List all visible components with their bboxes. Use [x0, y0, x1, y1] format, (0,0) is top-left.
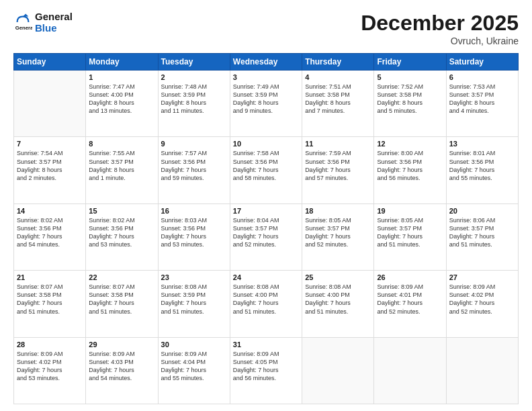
- day-info: Sunrise: 8:02 AM Sunset: 3:56 PM Dayligh…: [17, 216, 83, 249]
- day-number: 27: [449, 273, 515, 281]
- logo-line2: Blue: [35, 22, 73, 34]
- header-monday: Monday: [86, 54, 158, 71]
- table-row: 31Sunrise: 8:09 AM Sunset: 4:05 PM Dayli…: [230, 337, 302, 404]
- table-row: 30Sunrise: 8:09 AM Sunset: 4:04 PM Dayli…: [158, 337, 230, 404]
- calendar-body: 1Sunrise: 7:47 AM Sunset: 4:00 PM Daylig…: [14, 71, 519, 404]
- day-number: 9: [161, 140, 227, 148]
- table-row: 7Sunrise: 7:54 AM Sunset: 3:57 PM Daylig…: [14, 137, 86, 203]
- day-info: Sunrise: 8:09 AM Sunset: 4:05 PM Dayligh…: [233, 350, 299, 383]
- table-row: 19Sunrise: 8:05 AM Sunset: 3:57 PM Dayli…: [374, 203, 446, 270]
- logo-line1: General: [35, 11, 73, 22]
- day-number: 31: [233, 340, 299, 349]
- table-row: 2Sunrise: 7:48 AM Sunset: 3:59 PM Daylig…: [158, 71, 230, 137]
- calendar-header: Sunday Monday Tuesday Wednesday Thursday…: [14, 54, 519, 71]
- header-thursday: Thursday: [302, 54, 374, 71]
- table-row: 16Sunrise: 8:03 AM Sunset: 3:56 PM Dayli…: [158, 203, 230, 270]
- day-info: Sunrise: 8:08 AM Sunset: 4:00 PM Dayligh…: [233, 283, 299, 316]
- calendar-week-2: 14Sunrise: 8:02 AM Sunset: 3:56 PM Dayli…: [14, 203, 519, 270]
- svg-text:General: General: [15, 25, 32, 31]
- day-info: Sunrise: 8:08 AM Sunset: 3:59 PM Dayligh…: [161, 283, 227, 316]
- day-info: Sunrise: 8:07 AM Sunset: 3:58 PM Dayligh…: [17, 283, 83, 316]
- svg-text:Blue: Blue: [15, 31, 27, 32]
- table-row: 5Sunrise: 7:52 AM Sunset: 3:58 PM Daylig…: [374, 71, 446, 137]
- day-info: Sunrise: 7:54 AM Sunset: 3:57 PM Dayligh…: [17, 149, 83, 182]
- day-number: 22: [89, 273, 154, 281]
- table-row: 24Sunrise: 8:08 AM Sunset: 4:00 PM Dayli…: [230, 271, 302, 337]
- day-info: Sunrise: 7:55 AM Sunset: 3:57 PM Dayligh…: [89, 149, 154, 182]
- day-info: Sunrise: 7:52 AM Sunset: 3:58 PM Dayligh…: [377, 83, 443, 116]
- header-tuesday: Tuesday: [158, 54, 230, 71]
- day-number: 18: [305, 207, 371, 215]
- table-row: 4Sunrise: 7:51 AM Sunset: 3:58 PM Daylig…: [302, 71, 374, 137]
- header-friday: Friday: [374, 54, 446, 71]
- day-number: 19: [377, 207, 443, 215]
- header-wednesday: Wednesday: [230, 54, 302, 71]
- day-info: Sunrise: 8:03 AM Sunset: 3:56 PM Dayligh…: [161, 216, 227, 249]
- day-number: 10: [233, 140, 299, 148]
- table-row: 29Sunrise: 8:09 AM Sunset: 4:03 PM Dayli…: [86, 337, 158, 404]
- calendar-week-4: 28Sunrise: 8:09 AM Sunset: 4:02 PM Dayli…: [14, 337, 519, 404]
- day-number: 28: [17, 340, 83, 349]
- table-row: 17Sunrise: 8:04 AM Sunset: 3:57 PM Dayli…: [230, 203, 302, 270]
- table-row: 18Sunrise: 8:05 AM Sunset: 3:57 PM Dayli…: [302, 203, 374, 270]
- table-row: 22Sunrise: 8:07 AM Sunset: 3:58 PM Dayli…: [86, 271, 158, 337]
- table-row: 10Sunrise: 7:58 AM Sunset: 3:56 PM Dayli…: [230, 137, 302, 203]
- table-row: [374, 337, 446, 404]
- table-row: 26Sunrise: 8:09 AM Sunset: 4:01 PM Dayli…: [374, 271, 446, 337]
- day-number: 6: [449, 73, 515, 81]
- table-row: 20Sunrise: 8:06 AM Sunset: 3:57 PM Dayli…: [446, 203, 518, 270]
- day-info: Sunrise: 8:05 AM Sunset: 3:57 PM Dayligh…: [305, 216, 371, 249]
- table-row: [302, 337, 374, 404]
- table-row: 13Sunrise: 8:01 AM Sunset: 3:56 PM Dayli…: [446, 137, 518, 203]
- table-row: 21Sunrise: 8:07 AM Sunset: 3:58 PM Dayli…: [14, 271, 86, 337]
- table-row: 11Sunrise: 7:59 AM Sunset: 3:56 PM Dayli…: [302, 137, 374, 203]
- day-info: Sunrise: 8:09 AM Sunset: 4:04 PM Dayligh…: [161, 350, 227, 383]
- table-row: 12Sunrise: 8:00 AM Sunset: 3:56 PM Dayli…: [374, 137, 446, 203]
- logo-icon: General Blue: [13, 13, 32, 32]
- table-row: 9Sunrise: 7:57 AM Sunset: 3:56 PM Daylig…: [158, 137, 230, 203]
- day-number: 8: [89, 140, 154, 148]
- month-title: December 2025: [361, 11, 519, 36]
- day-info: Sunrise: 8:09 AM Sunset: 4:03 PM Dayligh…: [89, 350, 154, 383]
- day-number: 25: [305, 273, 371, 281]
- table-row: 14Sunrise: 8:02 AM Sunset: 3:56 PM Dayli…: [14, 203, 86, 270]
- day-number: 11: [305, 140, 371, 148]
- day-number: 24: [233, 273, 299, 281]
- day-info: Sunrise: 8:02 AM Sunset: 3:56 PM Dayligh…: [89, 216, 154, 249]
- table-row: [446, 337, 518, 404]
- header-sunday: Sunday: [14, 54, 86, 71]
- page: General Blue General Blue December 2025 …: [0, 0, 532, 411]
- day-info: Sunrise: 8:05 AM Sunset: 3:57 PM Dayligh…: [377, 216, 443, 249]
- day-number: 23: [161, 273, 227, 281]
- table-row: 3Sunrise: 7:49 AM Sunset: 3:59 PM Daylig…: [230, 71, 302, 137]
- header: General Blue General Blue December 2025 …: [13, 11, 519, 46]
- title-block: December 2025 Ovruch, Ukraine: [361, 11, 519, 46]
- table-row: 15Sunrise: 8:02 AM Sunset: 3:56 PM Dayli…: [86, 203, 158, 270]
- day-info: Sunrise: 7:48 AM Sunset: 3:59 PM Dayligh…: [161, 83, 227, 116]
- table-row: [14, 71, 86, 137]
- day-info: Sunrise: 7:49 AM Sunset: 3:59 PM Dayligh…: [233, 83, 299, 116]
- day-number: 14: [17, 207, 83, 215]
- header-saturday: Saturday: [446, 54, 518, 71]
- day-info: Sunrise: 8:04 AM Sunset: 3:57 PM Dayligh…: [233, 216, 299, 249]
- calendar-table: Sunday Monday Tuesday Wednesday Thursday…: [13, 53, 519, 404]
- day-info: Sunrise: 8:06 AM Sunset: 3:57 PM Dayligh…: [449, 216, 515, 249]
- calendar-week-1: 7Sunrise: 7:54 AM Sunset: 3:57 PM Daylig…: [14, 137, 519, 203]
- day-number: 5: [377, 73, 443, 81]
- calendar-week-0: 1Sunrise: 7:47 AM Sunset: 4:00 PM Daylig…: [14, 71, 519, 137]
- day-info: Sunrise: 8:01 AM Sunset: 3:56 PM Dayligh…: [449, 149, 515, 182]
- day-number: 26: [377, 273, 443, 281]
- table-row: 8Sunrise: 7:55 AM Sunset: 3:57 PM Daylig…: [86, 137, 158, 203]
- day-info: Sunrise: 8:09 AM Sunset: 4:02 PM Dayligh…: [449, 283, 515, 316]
- day-number: 13: [449, 140, 515, 148]
- day-number: 7: [17, 140, 83, 148]
- table-row: 28Sunrise: 8:09 AM Sunset: 4:02 PM Dayli…: [14, 337, 86, 404]
- day-info: Sunrise: 8:07 AM Sunset: 3:58 PM Dayligh…: [89, 283, 154, 316]
- table-row: 25Sunrise: 8:08 AM Sunset: 4:00 PM Dayli…: [302, 271, 374, 337]
- day-info: Sunrise: 8:00 AM Sunset: 3:56 PM Dayligh…: [377, 149, 443, 182]
- day-number: 17: [233, 207, 299, 215]
- day-info: Sunrise: 8:08 AM Sunset: 4:00 PM Dayligh…: [305, 283, 371, 316]
- day-info: Sunrise: 8:09 AM Sunset: 4:02 PM Dayligh…: [17, 350, 83, 383]
- day-number: 29: [89, 340, 154, 349]
- day-info: Sunrise: 7:59 AM Sunset: 3:56 PM Dayligh…: [305, 149, 371, 182]
